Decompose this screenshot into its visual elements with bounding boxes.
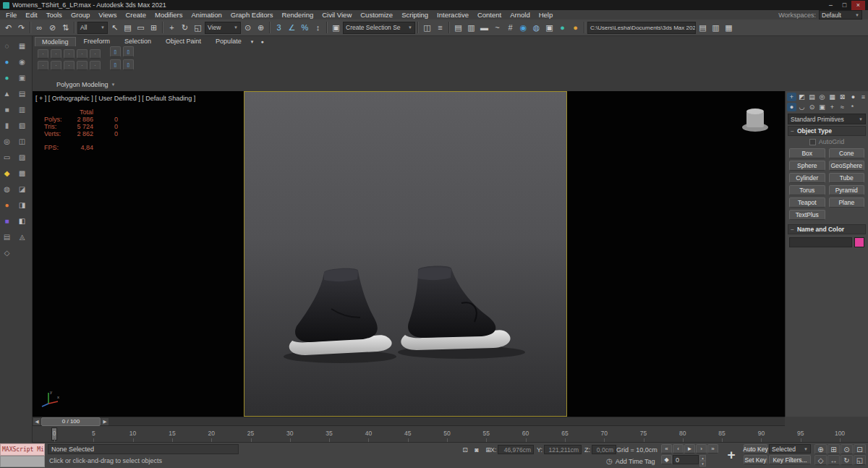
redo-icon[interactable]: ↷ [15,22,27,34]
cameras-category-icon[interactable]: ▣ [817,103,827,111]
maxscript-listener-line[interactable] [0,456,45,467]
ribbon-tab[interactable]: Object Paint [159,37,208,46]
menu-item[interactable]: Scripting [397,11,433,19]
symmetry-tools-button[interactable]: · [90,61,101,70]
bind-to-space-warp-icon[interactable]: ⇅ [59,22,72,34]
create-tab[interactable]: + [787,93,796,101]
render-iterative-icon[interactable]: ● [569,22,582,34]
zoom-all-icon[interactable]: ⊞ [827,444,840,454]
ribbon-help-icon[interactable]: ● [258,38,266,46]
snaps-toggle-icon[interactable]: 3 [273,22,285,34]
hierarchy-tab[interactable]: ▤ [807,93,817,101]
foliage-helper-icon[interactable]: ◪ [17,184,27,195]
scene-converter-icon[interactable]: ▦ [723,22,735,34]
project-path-dropdown[interactable]: C:\Users\Lesha\Documents\3ds Max 2021▼ [587,22,696,34]
zoom-icon[interactable]: ⊕ [814,444,827,454]
field-of-view-icon[interactable]: ◇ [814,455,827,465]
object-type-button[interactable]: Torus [789,185,825,195]
go-to-end-icon[interactable]: » [707,444,718,454]
align-icon[interactable]: ≡ [434,22,446,34]
spinner-snap-icon[interactable]: ↕ [312,22,324,34]
helpers-category-icon[interactable]: + [827,103,837,111]
menu-item[interactable]: Arnold [506,11,534,19]
undo-icon[interactable]: ↶ [2,22,14,34]
window-crossing-icon[interactable]: ⊞ [148,22,160,34]
modifier-display-icon[interactable]: ▯ [123,46,134,57]
object-type-button[interactable]: Cone [829,148,865,158]
ribbon-toggle-icon[interactable]: ▬ [478,22,490,34]
eye-toggle-icon[interactable]: ◨ [17,200,27,210]
use-center-icon[interactable]: ⊙ [242,22,254,34]
help-mode-icon[interactable]: ◬ [17,231,27,242]
go-to-start-icon[interactable]: « [661,444,672,454]
render-setup-icon[interactable]: ◍ [530,22,542,34]
preview-toggle-button[interactable]: · [38,61,48,70]
time-slider-next-button[interactable]: ▶ [101,418,109,425]
ribbon-tab[interactable]: Freeform [77,37,117,46]
layers-blue-icon[interactable]: ● [1,56,12,67]
modify-tab[interactable]: ◩ [797,93,807,101]
select-and-manipulate-icon[interactable]: ⊕ [255,22,267,34]
add-time-tag[interactable]: ◷ Add Time Tag [606,457,655,465]
primitive-category-dropdown[interactable]: Standard Primitives▼ [788,114,866,124]
rectangular-selection-region-icon[interactable]: ▭ [135,22,147,34]
selection-lock-icon[interactable]: ◙ [472,445,482,454]
cylinder-tool-icon[interactable]: ▮ [1,120,12,131]
scene-explorer-icon[interactable]: ▤ [452,22,464,34]
render-production-icon[interactable]: ● [556,22,569,34]
autogrid-checkbox[interactable] [809,139,816,145]
object-color-swatch[interactable] [854,237,864,247]
spinner-up-icon[interactable]: ▴ [699,455,706,461]
geometry-teal-icon[interactable]: ● [1,72,12,83]
menu-item[interactable]: Modifiers [150,11,187,19]
generate-topology-button[interactable]: · [77,61,88,70]
element-mode-button[interactable]: · [90,49,101,59]
motion-tab[interactable]: ◎ [817,93,827,101]
select-object-icon[interactable]: ↖ [109,22,121,34]
spinner-down-icon[interactable]: ▾ [699,461,706,467]
window-helper-icon[interactable]: ◫ [17,136,27,147]
select-and-scale-icon[interactable]: ◱ [192,22,204,34]
open-project-folder-icon[interactable]: ▤ [697,22,709,34]
schematic-view-icon[interactable]: # [504,22,516,34]
menu-item[interactable]: Help [535,11,558,19]
zoom-extents-icon[interactable]: ⊙ [841,444,853,454]
door-helper-icon[interactable]: ▧ [17,120,27,131]
menu-item[interactable]: Civil View [318,11,356,19]
unlink-selection-icon[interactable]: ⊘ [46,22,59,34]
menu-item[interactable]: Animation [187,11,226,19]
menu-item[interactable]: Group [67,11,94,19]
z-coordinate-field[interactable]: 0,0cm [592,445,616,454]
object-name-input[interactable] [789,237,852,247]
object-type-button[interactable]: Tube [829,173,865,183]
workspace-dropdown[interactable]: Default▼ [819,10,862,20]
helper-orange-icon[interactable]: ● [1,200,12,210]
active-viewport-safe-frame[interactable] [244,91,567,417]
cone-tool-icon[interactable]: ▲ [1,88,12,99]
paint-deform-icon[interactable]: ▯ [123,59,134,70]
maxscript-mini-listener[interactable]: MAXScript Mi [0,443,45,456]
torus-tool-icon[interactable]: ◎ [1,136,12,147]
y-coordinate-field[interactable]: 121,211cm [544,445,582,454]
display-floater-icon[interactable]: ▣ [17,72,27,83]
vertex-mode-button[interactable]: · [38,49,48,59]
select-by-name-icon[interactable]: ▤ [122,22,134,34]
viewport[interactable]: [ + ] [ Orthographic ] [ User Defined ] … [33,91,785,417]
maximize-button[interactable]: □ [838,1,851,10]
select-and-link-icon[interactable]: ∞ [33,22,46,34]
edit-poly-mode-icon[interactable]: ▯ [110,46,121,57]
collapse-stack-button[interactable]: · [64,61,75,70]
stairs-helper-icon[interactable]: ▨ [17,152,27,163]
pin-stack-button[interactable]: · [51,61,61,70]
object-type-button[interactable]: Sphere [789,161,825,171]
menu-item[interactable]: File [1,11,21,19]
set-key-button[interactable]: Set Key [744,455,767,464]
object-type-button[interactable]: Box [789,148,825,158]
ribbon-section[interactable]: Polygon Modeling ▼ [56,81,116,88]
menu-item[interactable]: Views [94,11,121,19]
grid-tool-icon[interactable]: ▤ [1,231,12,242]
play-icon[interactable]: ► [684,444,695,454]
menu-item[interactable]: Edit [21,11,41,19]
pin-panel-icon[interactable]: ● [848,93,858,101]
auto-key-button[interactable]: Auto Key [744,444,767,454]
